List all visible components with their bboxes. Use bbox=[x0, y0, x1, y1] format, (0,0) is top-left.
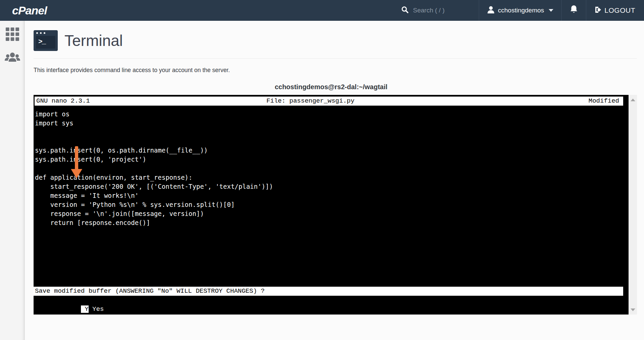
search-icon bbox=[401, 6, 409, 15]
navbar-right-cluster: cchostingdemos LOGOUT bbox=[395, 0, 644, 21]
scroll-up-arrow[interactable] bbox=[629, 96, 637, 104]
terminal-session-title: cchostingdemos@rs2-dal:~/wagtail bbox=[34, 83, 629, 91]
user-icon bbox=[487, 6, 495, 15]
apps-grid-icon bbox=[6, 27, 19, 42]
terminal-screen: GNU nano 2.3.1 File: passenger_wsgi.py M… bbox=[34, 95, 629, 315]
nano-modified-status: Modified bbox=[589, 97, 619, 106]
main-content: >_ Terminal This interface provides comm… bbox=[25, 21, 644, 340]
notifications-button[interactable] bbox=[562, 0, 586, 21]
shortcut-row-no-cancel: N No^C Cancel bbox=[34, 305, 629, 314]
chevron-down-icon bbox=[549, 9, 553, 12]
terminal-scrollbar[interactable] bbox=[629, 95, 637, 315]
header-divider bbox=[34, 58, 637, 59]
sidebar-item-user-manager[interactable] bbox=[0, 49, 25, 68]
top-navbar: cPanel cchostingdemos bbox=[0, 0, 644, 21]
sidebar-item-apps[interactable] bbox=[0, 25, 25, 44]
logout-label: LOGOUT bbox=[604, 6, 635, 14]
terminal-section: cchostingdemos@rs2-dal:~/wagtail GNU nan… bbox=[34, 83, 637, 315]
save-prompt-bar: Save modified buffer (ANSWERING "No" WIL… bbox=[34, 287, 623, 296]
nano-header-bar: GNU nano 2.3.1 File: passenger_wsgi.py M… bbox=[35, 97, 623, 106]
page-header: >_ Terminal bbox=[34, 30, 637, 51]
username: cchostingdemos bbox=[498, 7, 544, 14]
user-menu[interactable]: cchostingdemos bbox=[479, 0, 561, 21]
terminal-icon-screen: >_ bbox=[36, 36, 55, 49]
window-dots bbox=[36, 32, 45, 34]
left-sidebar bbox=[0, 21, 25, 340]
logout-button[interactable]: LOGOUT bbox=[586, 0, 644, 21]
navbar-search bbox=[395, 0, 479, 21]
logout-icon bbox=[594, 6, 602, 15]
terminal-app-icon: >_ bbox=[34, 30, 58, 51]
shortcut-yes-label: Yes bbox=[89, 305, 104, 313]
scroll-down-arrow[interactable] bbox=[629, 305, 637, 314]
page-description: This interface provides command line acc… bbox=[34, 67, 637, 74]
nano-filename: File: passenger_wsgi.py bbox=[35, 97, 586, 106]
user-manager-icon bbox=[5, 52, 20, 65]
terminal-window[interactable]: GNU nano 2.3.1 File: passenger_wsgi.py M… bbox=[34, 95, 637, 315]
cpanel-logo[interactable]: cPanel bbox=[12, 4, 47, 17]
shortcut-no-label: No bbox=[89, 314, 142, 315]
nano-prompt-area: Save modified buffer (ANSWERING "No" WIL… bbox=[34, 287, 629, 315]
bell-icon bbox=[569, 5, 578, 16]
shortcut-yes-key: Y bbox=[81, 305, 89, 313]
shortcut-row-yes: Y Yes bbox=[34, 296, 629, 305]
page-title: Terminal bbox=[64, 32, 123, 50]
terminal-code: import os import sys sys.path.insert(0, … bbox=[35, 110, 629, 227]
search-input[interactable] bbox=[413, 7, 470, 14]
